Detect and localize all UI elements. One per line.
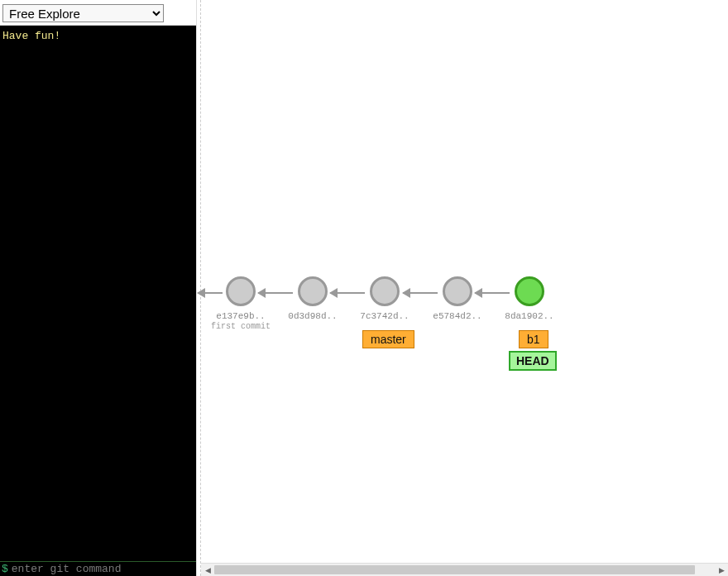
terminal-output: Have fun! [0,26,196,561]
horizontal-scrollbar[interactable]: ◀ ▶ [201,563,728,576]
scroll-right-icon[interactable]: ▶ [715,564,728,576]
commit-message: first commit [211,322,271,331]
commit-node[interactable]: 8da1902.. [492,276,567,321]
commit-node[interactable]: e5784d2.. [420,276,495,321]
dropdown-bar: Free Explore [0,0,196,26]
scrollbar-track[interactable] [214,564,715,576]
scrollbar-thumb[interactable] [214,565,695,574]
commit-node[interactable]: 0d3d98d.. [275,276,350,321]
terminal-line: Have fun! [2,30,194,42]
commit-hash: 7c3742d.. [360,311,409,321]
commit-circle-head [515,276,544,306]
commit-circle [226,276,256,306]
commit-hash: 0d3d98d.. [288,311,337,321]
commit-circle [443,276,472,306]
prompt-bar: $ [0,561,196,576]
commit-hash: e137e9b.. [216,311,265,321]
graph-panel: e137e9b.. first commit 0d3d98d.. 7c3742d… [201,0,728,576]
mode-dropdown[interactable]: Free Explore [2,4,164,22]
branch-tag-master[interactable]: master [362,330,414,348]
left-panel: Free Explore Have fun! $ [0,0,196,576]
graph-area[interactable]: e137e9b.. first commit 0d3d98d.. 7c3742d… [201,0,728,563]
command-input[interactable] [12,563,196,575]
commit-node[interactable]: 7c3742d.. [347,276,422,321]
scroll-left-icon[interactable]: ◀ [201,564,214,576]
commit-hash: 8da1902.. [505,311,553,321]
prompt-symbol: $ [0,563,12,575]
head-tag[interactable]: HEAD [509,351,557,371]
commit-circle [298,276,328,306]
commit-node[interactable]: e137e9b.. first commit [204,276,278,331]
commit-hash: e5784d2.. [433,311,481,321]
commit-circle [370,276,400,306]
branch-tag-b1[interactable]: b1 [519,330,548,348]
